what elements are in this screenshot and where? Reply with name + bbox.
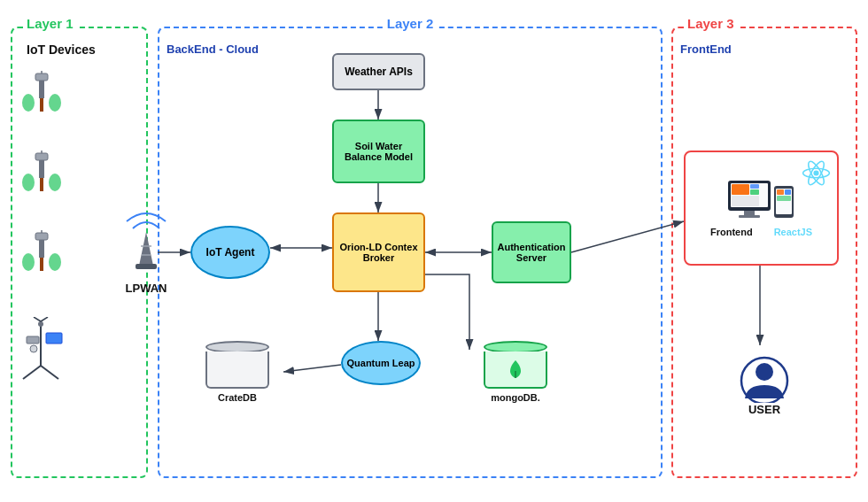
weather-apis-node: Weather APIs (332, 53, 425, 90)
backend-label: BackEnd - Cloud (167, 42, 259, 56)
svg-line-20 (41, 366, 58, 379)
svg-rect-34 (732, 184, 749, 195)
cratedb-label: CrateDB (218, 392, 257, 403)
reactjs-text-label: ReactJS (774, 227, 812, 237)
diagram-container: Layer 1 Layer 2 Layer 3 IoT Devices Back… (0, 0, 868, 502)
cratedb-cylinder-body (205, 351, 269, 389)
svg-rect-1 (35, 73, 48, 81)
svg-rect-30 (136, 264, 157, 269)
svg-rect-25 (27, 336, 39, 344)
svg-point-16 (49, 253, 61, 271)
iot-device-4-icon (14, 317, 67, 388)
frontend-inner: Frontend ReactJS (686, 152, 837, 264)
orion-node: Orion-LD Contex Broker (332, 212, 425, 292)
layer3-label: Layer 3 (684, 16, 738, 31)
quantum-leap-label: Quantum Leap (346, 358, 415, 368)
svg-rect-13 (35, 233, 48, 240)
svg-rect-44 (777, 196, 791, 201)
user-label: USER (748, 403, 780, 416)
lpwan-tower: LPWAN (115, 204, 177, 295)
svg-marker-27 (139, 232, 153, 266)
svg-rect-5 (40, 98, 43, 112)
quantum-leap-node: Quantum Leap (341, 341, 421, 385)
layer1-label: Layer 1 (23, 16, 77, 31)
frontend-node: Frontend ReactJS (684, 151, 839, 266)
svg-point-3 (22, 94, 35, 112)
iot-devices-title: IoT Devices (27, 42, 96, 57)
iot-agent-node: IoT Agent (190, 226, 270, 279)
iot-device-2 (19, 149, 64, 197)
lpwan-icon (115, 204, 177, 274)
reactjs-icon (801, 158, 832, 189)
iot-device-2-icon (19, 149, 64, 197)
user-node: USER (725, 345, 804, 425)
auth-server-node: Authentication Server (492, 221, 571, 283)
mongodb-label: mongoDB. (491, 392, 540, 403)
svg-point-45 (813, 170, 818, 175)
svg-rect-37 (732, 196, 759, 206)
cratedb-node: CrateDB (193, 341, 282, 403)
soil-water-node: Soil Water Balance Model (332, 120, 425, 183)
svg-rect-24 (46, 333, 62, 344)
svg-point-50 (756, 363, 773, 381)
auth-server-label: Authentication Server (493, 238, 570, 266)
mongodb-cylinder-body (484, 351, 547, 389)
svg-point-21 (38, 321, 43, 327)
mongodb-cylinder (483, 341, 549, 389)
mongodb-leaf-icon (505, 359, 526, 380)
iot-device-4 (14, 317, 67, 388)
frontend-text-label: Frontend (710, 227, 753, 237)
svg-rect-11 (40, 178, 43, 191)
svg-rect-43 (785, 189, 791, 195)
frontend-label: FrontEnd (680, 42, 732, 56)
svg-rect-7 (35, 153, 48, 160)
svg-rect-36 (750, 189, 759, 195)
soil-water-label: Soil Water Balance Model (334, 137, 423, 166)
iot-device-3-icon (19, 228, 64, 277)
mongodb-node: mongoDB. (471, 341, 560, 403)
iot-device-1 (19, 69, 64, 118)
frontend-screen-icon (726, 179, 797, 225)
cratedb-cylinder (205, 341, 271, 389)
layer2-label: Layer 2 (384, 16, 438, 31)
iot-device-3 (19, 228, 64, 277)
orion-label: Orion-LD Contex Broker (334, 238, 423, 266)
iot-device-1-icon (19, 69, 64, 118)
svg-rect-42 (777, 189, 784, 195)
svg-rect-38 (744, 211, 755, 215)
svg-point-15 (22, 253, 35, 271)
svg-point-9 (22, 174, 35, 191)
lpwan-label: LPWAN (115, 282, 177, 295)
user-icon (738, 354, 791, 403)
iot-agent-label: IoT Agent (206, 246, 255, 259)
svg-line-22 (34, 317, 41, 321)
svg-point-26 (30, 345, 37, 352)
svg-line-19 (23, 366, 41, 379)
svg-rect-39 (739, 215, 760, 218)
svg-rect-17 (40, 258, 43, 271)
svg-rect-35 (750, 184, 759, 189)
weather-apis-label: Weather APIs (345, 66, 413, 78)
svg-point-10 (49, 174, 61, 191)
svg-point-4 (49, 94, 61, 112)
svg-line-23 (41, 317, 48, 321)
